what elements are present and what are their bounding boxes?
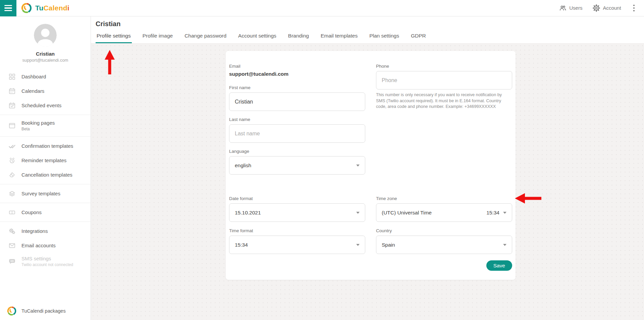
sidebar-divider bbox=[0, 184, 91, 184]
page-title: Cristian bbox=[96, 20, 644, 28]
sidebar-item-coupons[interactable]: Coupons bbox=[0, 205, 91, 219]
topbar: TuCalendi Users Account bbox=[0, 0, 644, 16]
tab-gdpr[interactable]: GDPR bbox=[410, 33, 427, 43]
app-logo-text: TuCalendi bbox=[35, 4, 69, 12]
sidebar-item-label: Coupons bbox=[21, 209, 42, 215]
last-name-input[interactable] bbox=[229, 124, 365, 143]
chevron-down-icon bbox=[356, 212, 360, 214]
sidebar-item-dashboard[interactable]: Dashboard bbox=[0, 69, 91, 84]
first-name-input[interactable] bbox=[229, 92, 365, 111]
sidebar-item-confirmation-templates[interactable]: Confirmation templates bbox=[0, 139, 91, 153]
sidebar-item-integrations[interactable]: Integrations bbox=[0, 224, 91, 238]
sidebar-item-sublabel: Beta bbox=[21, 127, 55, 131]
avatar[interactable] bbox=[34, 24, 57, 47]
time-format-label: Time format bbox=[229, 228, 365, 233]
email-group: Email support@tucalendi.com bbox=[229, 64, 365, 77]
country-select[interactable]: Spain bbox=[376, 236, 512, 254]
language-label: Language bbox=[229, 149, 365, 154]
time-format-select[interactable]: 15:34 bbox=[229, 236, 365, 254]
sidebar-item-text: Survey templates bbox=[21, 191, 60, 197]
language-value: english bbox=[235, 163, 356, 169]
time-zone-time: 15:34 bbox=[486, 210, 499, 216]
sidebar-item-cancellation-templates[interactable]: Cancellation templates bbox=[0, 168, 91, 182]
chevron-down-icon bbox=[356, 244, 360, 246]
tucalendi-logo-icon bbox=[7, 306, 17, 316]
date-format-select[interactable]: 15.10.2021 bbox=[229, 203, 365, 222]
sidebar-divider bbox=[0, 136, 91, 137]
users-icon bbox=[559, 4, 567, 12]
gear-icon bbox=[592, 4, 600, 12]
sidebar-item-text: Reminder templates bbox=[21, 157, 66, 164]
sidebar-item-label: Confirmation templates bbox=[21, 143, 73, 149]
hamburger-menu-button[interactable] bbox=[0, 0, 16, 16]
language-group: Language english bbox=[229, 149, 365, 175]
sidebar-divider bbox=[0, 115, 91, 115]
app-logo[interactable]: TuCalendi bbox=[21, 2, 69, 14]
time-zone-value: (UTC) Universal Time bbox=[382, 210, 486, 216]
sidebar-item-label: SMS settings bbox=[21, 256, 73, 262]
email-value: support@tucalendi.com bbox=[229, 71, 288, 77]
sidebar-nav: DashboardCalendarsScheduled eventsBookin… bbox=[0, 69, 91, 270]
save-button[interactable]: Save bbox=[486, 260, 512, 271]
tab-profile-settings[interactable]: Profile settings bbox=[96, 33, 132, 43]
sidebar-item-email-accounts[interactable]: Email accounts bbox=[0, 238, 91, 253]
booking-pages-icon bbox=[8, 122, 16, 129]
reminder-templates-icon bbox=[8, 157, 16, 164]
sidebar-item-survey-templates[interactable]: Survey templates bbox=[0, 186, 91, 201]
country-label: Country bbox=[376, 228, 512, 233]
sidebar-item-label: Cancellation templates bbox=[21, 172, 72, 178]
hamburger-icon bbox=[4, 5, 12, 6]
sidebar-item-scheduled-events[interactable]: Scheduled events bbox=[0, 98, 91, 113]
sidebar-item-label: Integrations bbox=[21, 228, 48, 234]
tabs-bar: Profile settingsProfile imageChange pass… bbox=[96, 33, 644, 43]
scheduled-events-icon bbox=[8, 102, 16, 109]
tab-change-password[interactable]: Change password bbox=[183, 33, 227, 43]
sidebar-item-text: Dashboard bbox=[21, 74, 46, 80]
tab-plan-settings[interactable]: Plan settings bbox=[368, 33, 400, 43]
main-area: Cristian Profile settingsProfile imageCh… bbox=[91, 16, 644, 320]
tab-email-templates[interactable]: Email templates bbox=[320, 33, 359, 43]
sidebar-divider bbox=[0, 221, 91, 222]
save-row: Save bbox=[229, 260, 512, 271]
chevron-down-icon bbox=[356, 165, 360, 167]
svg-text:SMS: SMS bbox=[10, 260, 14, 262]
country-group: Country Spain bbox=[376, 228, 512, 254]
tab-branding[interactable]: Branding bbox=[287, 33, 310, 43]
users-button[interactable]: Users bbox=[559, 4, 582, 12]
sidebar-item-label: Survey templates bbox=[21, 191, 60, 197]
packages-link[interactable]: TuCalendi packages bbox=[7, 306, 66, 316]
first-name-group: First name bbox=[229, 85, 365, 111]
sidebar-item-reminder-templates[interactable]: Reminder templates bbox=[0, 153, 91, 168]
phone-group: Phone This number is only necessary if y… bbox=[376, 64, 512, 110]
sidebar-item-text: Coupons bbox=[21, 209, 42, 215]
sidebar-item-text: Booking pagesBeta bbox=[21, 120, 55, 131]
sidebar-item-text: SMS settingsTwilio account not connected bbox=[21, 256, 73, 267]
tucalendi-logo-icon bbox=[21, 2, 32, 14]
country-value: Spain bbox=[382, 242, 503, 248]
time-zone-select[interactable]: (UTC) Universal Time 15:34 bbox=[376, 203, 512, 222]
sidebar-item-text: Cancellation templates bbox=[21, 172, 72, 178]
annotation-arrow-left bbox=[514, 192, 542, 205]
tab-account-settings[interactable]: Account settings bbox=[237, 33, 277, 43]
topbar-actions: Users Account bbox=[559, 3, 644, 13]
time-zone-group: Time zone (UTC) Universal Time 15:34 bbox=[376, 196, 512, 222]
tab-profile-image[interactable]: Profile image bbox=[142, 33, 174, 43]
last-name-group: Last name bbox=[229, 117, 365, 143]
coupons-icon bbox=[8, 209, 16, 216]
sidebar-item-sublabel: Twilio account not connected bbox=[21, 262, 73, 267]
dashboard-icon bbox=[8, 73, 16, 80]
content-area: Email support@tucalendi.com First name L… bbox=[91, 44, 644, 320]
annotation-arrow-up bbox=[103, 49, 116, 75]
date-format-group: Date format 15.10.2021 bbox=[229, 196, 365, 222]
users-button-label: Users bbox=[569, 5, 582, 11]
account-button[interactable]: Account bbox=[592, 4, 621, 12]
language-select[interactable]: english bbox=[229, 156, 365, 175]
sidebar-item-label: Booking pages bbox=[21, 120, 55, 126]
kebab-icon bbox=[633, 5, 635, 6]
kebab-menu-button[interactable] bbox=[631, 3, 637, 13]
phone-input[interactable] bbox=[376, 71, 512, 89]
sidebar-item-label: Calendars bbox=[21, 88, 44, 94]
sidebar-item-calendars[interactable]: Calendars bbox=[0, 84, 91, 98]
chevron-down-icon bbox=[503, 244, 506, 246]
sidebar-item-booking-pages[interactable]: Booking pagesBeta bbox=[0, 117, 91, 134]
